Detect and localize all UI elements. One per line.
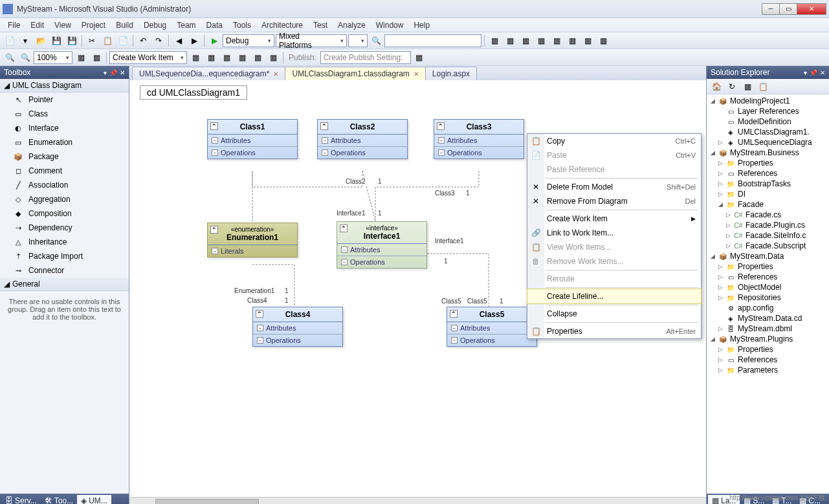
zoom-fit-button[interactable]: 🔍: [3, 50, 17, 65]
tree-item[interactable]: ◈UMLClassDiagram1.: [708, 127, 828, 137]
open-button[interactable]: 📂: [34, 34, 48, 48]
sol-close-icon[interactable]: ✕: [820, 69, 825, 76]
ctx-copy[interactable]: 📋CopyCtrl+C: [527, 134, 701, 148]
tool-btn-2[interactable]: ▦: [503, 34, 517, 48]
menu-debug[interactable]: Debug: [138, 19, 171, 31]
document-tab[interactable]: UMLClassDiagram1.classdiagram✕: [285, 67, 425, 80]
paste-button[interactable]: 📄: [116, 34, 130, 48]
ctx-collapse[interactable]: Collapse: [527, 307, 701, 321]
tool-btn-7[interactable]: ▦: [580, 34, 595, 48]
toolbox-tab[interactable]: 🗄Serv...: [1, 495, 41, 504]
tree-item[interactable]: ▷📁Properties: [708, 158, 828, 168]
new-item-button[interactable]: ▾: [18, 34, 32, 48]
tree-item[interactable]: ◢📦MyStream.Business: [708, 148, 828, 158]
grid-button[interactable]: ▦: [74, 50, 88, 65]
tree-item[interactable]: ◢📦MyStream.Data: [708, 251, 828, 261]
toolbox-group[interactable]: ◢General: [0, 278, 129, 291]
toolbox-item-composition[interactable]: ◆Composition: [0, 206, 129, 221]
tree-item[interactable]: ▷C#Facade.cs: [708, 210, 828, 220]
tool-btn-3[interactable]: ▦: [518, 34, 533, 48]
tree-item[interactable]: ◢📦MyStream.Plugins: [708, 334, 828, 344]
toolbox-item-pointer[interactable]: ↖Pointer: [0, 93, 129, 107]
tree-item[interactable]: ▷📁BootstrapTasks: [708, 179, 828, 189]
tool-btn-8[interactable]: ▦: [596, 34, 610, 48]
tree-item[interactable]: ▷📁DI: [708, 189, 828, 199]
menu-build[interactable]: Build: [111, 19, 138, 31]
target-select[interactable]: [348, 34, 368, 47]
find-button[interactable]: 🔍: [369, 34, 383, 48]
tree-item[interactable]: ◢📁Facade: [708, 199, 828, 210]
tree-item[interactable]: ▷📁Repositories: [708, 292, 828, 303]
tree-item[interactable]: ▭Layer References: [708, 106, 828, 116]
close-button[interactable]: ✕: [797, 3, 826, 15]
ctx-properties[interactable]: 📋PropertiesAlt+Enter: [527, 324, 701, 338]
horizontal-scrollbar[interactable]: [129, 497, 706, 504]
zoom-select[interactable]: 100%: [34, 51, 72, 64]
menu-tools[interactable]: Tools: [228, 19, 256, 31]
cut-button[interactable]: ✂: [85, 34, 99, 48]
toolbox-item-dependency[interactable]: ⇢Dependency: [0, 221, 129, 235]
toolbox-item-association[interactable]: ╱Association: [0, 178, 129, 192]
publish-btn[interactable]: ▦: [412, 50, 426, 65]
uml-class-class3[interactable]: ⌃Class3−Attributes−Operations: [434, 119, 524, 159]
tool-btn-5[interactable]: ▦: [549, 34, 564, 48]
tree-item[interactable]: ▷📁Properties: [708, 261, 828, 272]
pin-icon[interactable]: 📌: [109, 69, 117, 76]
menu-help[interactable]: Help: [408, 19, 435, 31]
document-tab[interactable]: UMLSequenceDia...equencediagram*✕: [132, 67, 285, 80]
wi-btn-2[interactable]: ▦: [204, 50, 218, 65]
toolbox-item-inheritance[interactable]: △Inheritance: [0, 235, 129, 249]
toolbox-tab[interactable]: ◈UM...: [77, 495, 111, 504]
toolbox-dropdown-icon[interactable]: ▾: [104, 69, 107, 76]
menu-team[interactable]: Team: [171, 19, 201, 31]
tree-item[interactable]: ▷C#Facade.Plugin.cs: [708, 220, 828, 230]
wi-btn-1[interactable]: ▦: [188, 50, 203, 65]
close-panel-icon[interactable]: ✕: [120, 69, 125, 76]
redo-button[interactable]: ↷: [151, 34, 166, 48]
tree-item[interactable]: ▷📁ObjectModel: [708, 282, 828, 292]
tree-item[interactable]: ▷📁Properties: [708, 344, 828, 355]
sol-show-all-button[interactable]: ▦: [740, 80, 755, 94]
tool-btn-1[interactable]: ▦: [487, 34, 502, 48]
toolbox-group[interactable]: ◢UML Class Diagram: [0, 79, 129, 93]
tree-item[interactable]: ▷▭References: [708, 272, 828, 282]
tree-item[interactable]: ▷C#Facade.SiteInfo.c: [708, 230, 828, 241]
tree-item[interactable]: ◈MyStream.Data.cd: [708, 313, 828, 323]
menu-architecture[interactable]: Architecture: [256, 19, 308, 31]
ctx-create-work-item[interactable]: Create Work Item▶: [527, 212, 701, 226]
toolbox-item-enumeration[interactable]: ▭Enumeration: [0, 135, 129, 149]
toolbox-item-class[interactable]: ▭Class: [0, 107, 129, 121]
tree-item[interactable]: ▷◈UMLSequenceDiagra: [708, 137, 828, 148]
toolbox-tab[interactable]: 🛠Too...: [41, 495, 77, 504]
wi-btn-6[interactable]: ▦: [266, 50, 280, 65]
tree-item[interactable]: ▷▭References: [708, 168, 828, 179]
save-button[interactable]: 💾: [49, 34, 63, 48]
snap-button[interactable]: ▦: [89, 50, 104, 65]
uml-class-class2[interactable]: ⌃Class2−Attributes−Operations: [317, 119, 408, 159]
uml-class-iface1[interactable]: ⌃«interface»Interface1−Attributes−Operat…: [337, 221, 427, 268]
uml-class-class4[interactable]: ⌃Class4−Attributes−Operations: [252, 307, 343, 347]
minimize-button[interactable]: ─: [762, 3, 780, 15]
menu-view[interactable]: View: [49, 19, 76, 31]
tree-item[interactable]: ⚙app.config: [708, 303, 828, 313]
sol-refresh-button[interactable]: ↻: [725, 80, 739, 94]
nav-back-button[interactable]: ◀: [171, 34, 186, 48]
zoom-button[interactable]: 🔍: [18, 50, 32, 65]
save-all-button[interactable]: 💾: [65, 34, 79, 48]
ctx-link-to-work-item-[interactable]: 🔗Link to Work Item...: [527, 226, 701, 240]
menu-data[interactable]: Data: [201, 19, 228, 31]
platform-select[interactable]: Mixed Platforms: [276, 34, 347, 47]
ctx-create-lifeline-[interactable]: Create Lifeline...: [527, 289, 702, 304]
copy-button[interactable]: 📋: [100, 34, 115, 48]
toolbox-item-interface[interactable]: ◐Interface: [0, 121, 129, 135]
sol-home-button[interactable]: 🏠: [709, 80, 724, 94]
toolbox-item-package-import[interactable]: ⇡Package Import: [0, 249, 129, 263]
find-input[interactable]: [384, 34, 481, 47]
wi-btn-5[interactable]: ▦: [250, 50, 265, 65]
undo-button[interactable]: ↶: [136, 34, 150, 48]
menu-window[interactable]: Window: [371, 19, 409, 31]
menu-test[interactable]: Test: [308, 19, 333, 31]
toolbox-item-aggregation[interactable]: ◇Aggregation: [0, 192, 129, 206]
sol-properties-button[interactable]: 📋: [756, 80, 770, 94]
nav-fwd-button[interactable]: ▶: [187, 34, 201, 48]
